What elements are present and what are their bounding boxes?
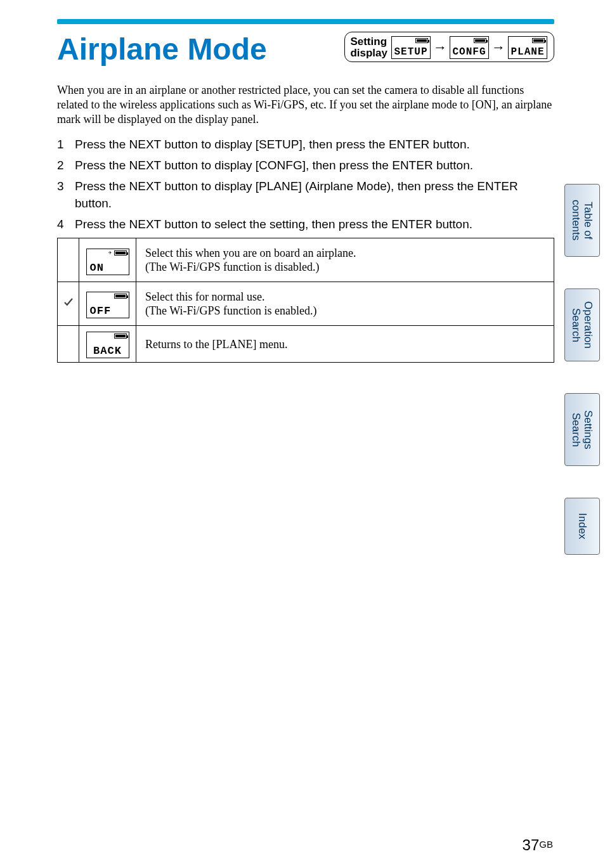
option-lcd-cell: ✈ ON: [79, 238, 136, 282]
step-text: Press the NEXT button to display [CONFG]…: [75, 157, 473, 174]
option-description: Select this for normal use. (The Wi-Fi/G…: [136, 282, 554, 326]
default-indicator-cell: [58, 326, 79, 363]
page-number: 37GB: [523, 836, 553, 854]
tab-index[interactable]: Index: [564, 498, 600, 555]
table-row: OFF Select this for normal use. (The Wi-…: [58, 282, 554, 326]
tab-operation-search[interactable]: OperationSearch: [564, 288, 600, 361]
option-lcd-label: ON: [90, 262, 104, 273]
option-lcd-cell: BACK: [79, 326, 136, 363]
battery-icon: [114, 334, 127, 339]
battery-icon: [532, 38, 545, 43]
step-number: 4: [57, 216, 68, 233]
step-text: Press the NEXT button to display [PLANE]…: [75, 178, 554, 212]
step-number: 3: [57, 178, 68, 212]
breadcrumb-step-setup: SETUP: [391, 36, 431, 59]
step-item: 4Press the NEXT button to select the set…: [57, 216, 554, 233]
page-number-value: 37: [523, 836, 540, 853]
step-item: 2Press the NEXT button to display [CONFG…: [57, 157, 554, 174]
step-text: Press the NEXT button to display [SETUP]…: [75, 136, 470, 153]
battery-icon: [114, 294, 127, 299]
arrow-icon: →: [491, 41, 505, 55]
option-description: Select this when you are on board an air…: [136, 238, 554, 282]
default-indicator-cell: [58, 238, 79, 282]
option-description-line: (The Wi-Fi/GPS function is disabled.): [145, 261, 319, 273]
option-description: Returns to the [PLANE] menu.: [136, 326, 554, 363]
options-table: ✈ ON Select this when you are on board a…: [57, 238, 554, 363]
option-description-line: Select this when you are on board an air…: [145, 247, 356, 259]
default-indicator-cell: [58, 282, 79, 326]
tab-settings-search[interactable]: SettingsSearch: [564, 393, 600, 466]
breadcrumb-label: PLANE: [511, 47, 544, 57]
page-title: Airplane Mode: [57, 32, 267, 67]
intro-paragraph: When you are in an airplane or another r…: [57, 83, 554, 127]
side-tabs: Table ofcontents OperationSearch Setting…: [564, 184, 600, 555]
battery-icon: [415, 38, 428, 43]
breadcrumb-label: CONFG: [452, 47, 486, 57]
setting-display-label: Settingdisplay: [350, 36, 387, 59]
airplane-icon: ✈: [108, 250, 112, 256]
breadcrumb-step-plane: PLANE: [508, 36, 547, 59]
option-description-line: Returns to the [PLANE] menu.: [145, 338, 287, 351]
option-lcd-label: BACK: [93, 346, 122, 356]
option-description-line: (The Wi-Fi/GPS function is enabled.): [145, 304, 316, 317]
page-region: GB: [539, 839, 553, 850]
option-description-line: Select this for normal use.: [145, 290, 264, 303]
battery-icon: [474, 38, 486, 43]
table-row: BACK Returns to the [PLANE] menu.: [58, 326, 554, 363]
top-accent-bar: [57, 19, 554, 24]
step-item: 3Press the NEXT button to display [PLANE…: [57, 178, 554, 212]
breadcrumb-step-confg: CONFG: [450, 36, 489, 59]
arrow-icon: →: [433, 41, 447, 55]
step-text: Press the NEXT button to select the sett…: [75, 216, 472, 233]
checkmark-icon: [63, 297, 74, 308]
setting-display-box: Settingdisplay SETUP → CONFG → PLANE: [344, 32, 554, 62]
tab-table-of-contents[interactable]: Table ofcontents: [564, 184, 600, 257]
step-number: 2: [57, 157, 68, 174]
option-lcd-label: OFF: [90, 306, 112, 316]
step-number: 1: [57, 136, 68, 153]
step-item: 1Press the NEXT button to display [SETUP…: [57, 136, 554, 153]
breadcrumb-label: SETUP: [394, 47, 427, 57]
battery-icon: [114, 250, 127, 256]
option-lcd-cell: OFF: [79, 282, 136, 326]
steps-list: 1Press the NEXT button to display [SETUP…: [57, 136, 554, 233]
table-row: ✈ ON Select this when you are on board a…: [58, 238, 554, 282]
